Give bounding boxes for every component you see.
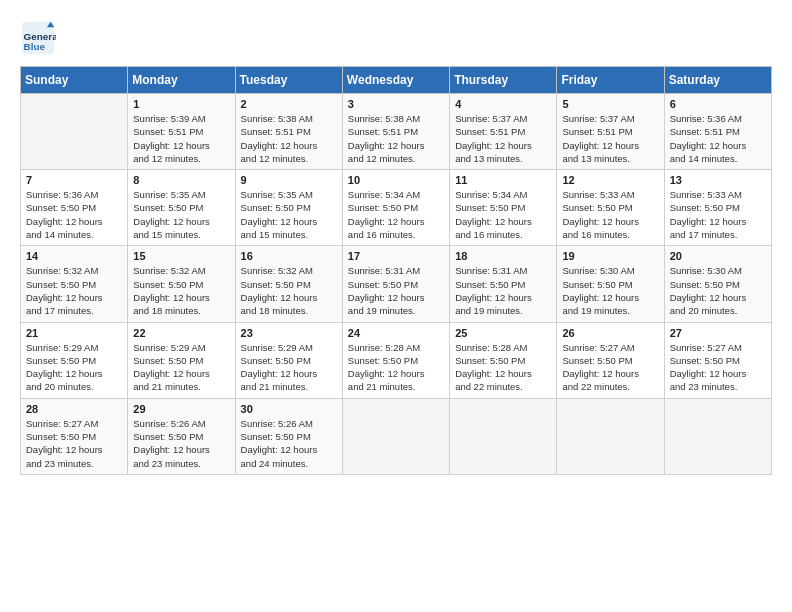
weekday-header-sunday: Sunday: [21, 67, 128, 94]
day-number: 30: [241, 403, 337, 415]
calendar-cell: 5Sunrise: 5:37 AM Sunset: 5:51 PM Daylig…: [557, 94, 664, 170]
calendar-cell: 7Sunrise: 5:36 AM Sunset: 5:50 PM Daylig…: [21, 170, 128, 246]
weekday-header-monday: Monday: [128, 67, 235, 94]
day-number: 29: [133, 403, 229, 415]
day-info: Sunrise: 5:27 AM Sunset: 5:50 PM Dayligh…: [26, 417, 122, 470]
calendar-cell: 2Sunrise: 5:38 AM Sunset: 5:51 PM Daylig…: [235, 94, 342, 170]
calendar-week-row: 21Sunrise: 5:29 AM Sunset: 5:50 PM Dayli…: [21, 322, 772, 398]
calendar-cell: 14Sunrise: 5:32 AM Sunset: 5:50 PM Dayli…: [21, 246, 128, 322]
calendar-cell: 25Sunrise: 5:28 AM Sunset: 5:50 PM Dayli…: [450, 322, 557, 398]
day-info: Sunrise: 5:35 AM Sunset: 5:50 PM Dayligh…: [133, 188, 229, 241]
calendar-cell: 27Sunrise: 5:27 AM Sunset: 5:50 PM Dayli…: [664, 322, 771, 398]
weekday-header-thursday: Thursday: [450, 67, 557, 94]
day-number: 16: [241, 250, 337, 262]
calendar-cell: 30Sunrise: 5:26 AM Sunset: 5:50 PM Dayli…: [235, 398, 342, 474]
day-info: Sunrise: 5:34 AM Sunset: 5:50 PM Dayligh…: [455, 188, 551, 241]
day-number: 15: [133, 250, 229, 262]
calendar-cell: 22Sunrise: 5:29 AM Sunset: 5:50 PM Dayli…: [128, 322, 235, 398]
weekday-header-saturday: Saturday: [664, 67, 771, 94]
day-info: Sunrise: 5:30 AM Sunset: 5:50 PM Dayligh…: [670, 264, 766, 317]
calendar-cell: 9Sunrise: 5:35 AM Sunset: 5:50 PM Daylig…: [235, 170, 342, 246]
day-number: 19: [562, 250, 658, 262]
day-number: 12: [562, 174, 658, 186]
calendar-body: 1Sunrise: 5:39 AM Sunset: 5:51 PM Daylig…: [21, 94, 772, 475]
calendar-cell: 4Sunrise: 5:37 AM Sunset: 5:51 PM Daylig…: [450, 94, 557, 170]
day-info: Sunrise: 5:31 AM Sunset: 5:50 PM Dayligh…: [348, 264, 444, 317]
day-number: 4: [455, 98, 551, 110]
weekday-header-friday: Friday: [557, 67, 664, 94]
day-number: 10: [348, 174, 444, 186]
logo: General Blue: [20, 20, 60, 56]
day-info: Sunrise: 5:38 AM Sunset: 5:51 PM Dayligh…: [348, 112, 444, 165]
calendar-cell: 28Sunrise: 5:27 AM Sunset: 5:50 PM Dayli…: [21, 398, 128, 474]
day-number: 7: [26, 174, 122, 186]
day-info: Sunrise: 5:36 AM Sunset: 5:50 PM Dayligh…: [26, 188, 122, 241]
weekday-header-tuesday: Tuesday: [235, 67, 342, 94]
calendar-week-row: 7Sunrise: 5:36 AM Sunset: 5:50 PM Daylig…: [21, 170, 772, 246]
day-number: 5: [562, 98, 658, 110]
calendar-cell: [664, 398, 771, 474]
calendar-cell: 20Sunrise: 5:30 AM Sunset: 5:50 PM Dayli…: [664, 246, 771, 322]
day-info: Sunrise: 5:33 AM Sunset: 5:50 PM Dayligh…: [562, 188, 658, 241]
day-number: 26: [562, 327, 658, 339]
calendar-cell: [342, 398, 449, 474]
calendar-cell: 1Sunrise: 5:39 AM Sunset: 5:51 PM Daylig…: [128, 94, 235, 170]
svg-text:Blue: Blue: [24, 41, 46, 52]
calendar-cell: 6Sunrise: 5:36 AM Sunset: 5:51 PM Daylig…: [664, 94, 771, 170]
calendar-cell: 19Sunrise: 5:30 AM Sunset: 5:50 PM Dayli…: [557, 246, 664, 322]
weekday-header-wednesday: Wednesday: [342, 67, 449, 94]
day-number: 13: [670, 174, 766, 186]
day-info: Sunrise: 5:36 AM Sunset: 5:51 PM Dayligh…: [670, 112, 766, 165]
calendar-cell: [450, 398, 557, 474]
calendar-cell: 15Sunrise: 5:32 AM Sunset: 5:50 PM Dayli…: [128, 246, 235, 322]
day-info: Sunrise: 5:29 AM Sunset: 5:50 PM Dayligh…: [241, 341, 337, 394]
day-info: Sunrise: 5:29 AM Sunset: 5:50 PM Dayligh…: [133, 341, 229, 394]
day-info: Sunrise: 5:32 AM Sunset: 5:50 PM Dayligh…: [26, 264, 122, 317]
calendar-cell: 21Sunrise: 5:29 AM Sunset: 5:50 PM Dayli…: [21, 322, 128, 398]
day-number: 23: [241, 327, 337, 339]
calendar-cell: 3Sunrise: 5:38 AM Sunset: 5:51 PM Daylig…: [342, 94, 449, 170]
calendar-cell: 26Sunrise: 5:27 AM Sunset: 5:50 PM Dayli…: [557, 322, 664, 398]
day-number: 20: [670, 250, 766, 262]
day-info: Sunrise: 5:29 AM Sunset: 5:50 PM Dayligh…: [26, 341, 122, 394]
day-info: Sunrise: 5:37 AM Sunset: 5:51 PM Dayligh…: [562, 112, 658, 165]
weekday-header-row: SundayMondayTuesdayWednesdayThursdayFrid…: [21, 67, 772, 94]
day-number: 25: [455, 327, 551, 339]
calendar-week-row: 14Sunrise: 5:32 AM Sunset: 5:50 PM Dayli…: [21, 246, 772, 322]
day-info: Sunrise: 5:28 AM Sunset: 5:50 PM Dayligh…: [348, 341, 444, 394]
day-info: Sunrise: 5:30 AM Sunset: 5:50 PM Dayligh…: [562, 264, 658, 317]
calendar-cell: 10Sunrise: 5:34 AM Sunset: 5:50 PM Dayli…: [342, 170, 449, 246]
page-header: General Blue: [20, 20, 772, 56]
calendar-cell: 24Sunrise: 5:28 AM Sunset: 5:50 PM Dayli…: [342, 322, 449, 398]
calendar-cell: 13Sunrise: 5:33 AM Sunset: 5:50 PM Dayli…: [664, 170, 771, 246]
calendar-cell: 17Sunrise: 5:31 AM Sunset: 5:50 PM Dayli…: [342, 246, 449, 322]
day-number: 3: [348, 98, 444, 110]
day-info: Sunrise: 5:27 AM Sunset: 5:50 PM Dayligh…: [562, 341, 658, 394]
day-info: Sunrise: 5:26 AM Sunset: 5:50 PM Dayligh…: [241, 417, 337, 470]
calendar-cell: 8Sunrise: 5:35 AM Sunset: 5:50 PM Daylig…: [128, 170, 235, 246]
day-number: 1: [133, 98, 229, 110]
day-number: 8: [133, 174, 229, 186]
day-info: Sunrise: 5:39 AM Sunset: 5:51 PM Dayligh…: [133, 112, 229, 165]
day-number: 2: [241, 98, 337, 110]
day-number: 17: [348, 250, 444, 262]
calendar-cell: 23Sunrise: 5:29 AM Sunset: 5:50 PM Dayli…: [235, 322, 342, 398]
day-info: Sunrise: 5:31 AM Sunset: 5:50 PM Dayligh…: [455, 264, 551, 317]
day-info: Sunrise: 5:32 AM Sunset: 5:50 PM Dayligh…: [133, 264, 229, 317]
day-number: 22: [133, 327, 229, 339]
calendar-table: SundayMondayTuesdayWednesdayThursdayFrid…: [20, 66, 772, 475]
day-number: 11: [455, 174, 551, 186]
calendar-week-row: 1Sunrise: 5:39 AM Sunset: 5:51 PM Daylig…: [21, 94, 772, 170]
day-info: Sunrise: 5:34 AM Sunset: 5:50 PM Dayligh…: [348, 188, 444, 241]
calendar-cell: 18Sunrise: 5:31 AM Sunset: 5:50 PM Dayli…: [450, 246, 557, 322]
day-number: 27: [670, 327, 766, 339]
calendar-week-row: 28Sunrise: 5:27 AM Sunset: 5:50 PM Dayli…: [21, 398, 772, 474]
day-number: 21: [26, 327, 122, 339]
day-info: Sunrise: 5:28 AM Sunset: 5:50 PM Dayligh…: [455, 341, 551, 394]
day-number: 9: [241, 174, 337, 186]
day-info: Sunrise: 5:38 AM Sunset: 5:51 PM Dayligh…: [241, 112, 337, 165]
calendar-cell: [21, 94, 128, 170]
day-number: 14: [26, 250, 122, 262]
calendar-header: SundayMondayTuesdayWednesdayThursdayFrid…: [21, 67, 772, 94]
calendar-cell: 12Sunrise: 5:33 AM Sunset: 5:50 PM Dayli…: [557, 170, 664, 246]
